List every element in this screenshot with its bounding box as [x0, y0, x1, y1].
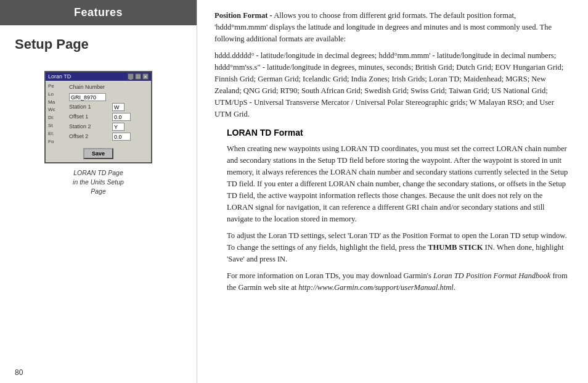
device-titlebar: Loran TD _ □ ✕ — [46, 72, 151, 81]
device-offset1-value[interactable]: 0.0 — [112, 113, 131, 121]
position-format-heading: Position Format — [214, 11, 267, 20]
loran-url: http://www.Garmin.com/support/userManual… — [298, 283, 454, 292]
sidebar-caption: LORAN TD Page in the Units Setup Page — [73, 168, 124, 196]
page-number: 80 — [0, 368, 197, 383]
device-titlebar-icons: _ □ ✕ — [128, 73, 149, 80]
device-save-button[interactable]: Save — [83, 148, 113, 159]
device-offset2-value[interactable]: 0.0 — [112, 133, 131, 141]
thumb-stick-bold: THUMB STICK — [428, 243, 483, 252]
device-station1-label: Station 1 — [69, 104, 112, 110]
position-format-dash: - — [267, 11, 272, 20]
loran-para3-prefix: For more information on Loran TDs, you m… — [227, 271, 433, 280]
loran-para1: When creating new waypoints using LORAN … — [214, 143, 571, 225]
device-offset2-row: Offset 2 0.0 — [69, 132, 149, 141]
sidebar: Features Setup Page Loran TD _ □ ✕ Pe Lo… — [0, 0, 197, 383]
device-station1-row: Station 1 W — [69, 102, 149, 111]
formats-list-paragraph: hddd.ddddd° - latitude/longitude in deci… — [214, 50, 571, 120]
loran-para3-end: . — [454, 283, 455, 292]
device-screen: Loran TD _ □ ✕ Pe Lo Ma Wc Di: St — [44, 71, 152, 163]
device-chain-number-row: Chain Number — [69, 83, 149, 91]
sidebar-header: Features — [0, 0, 197, 25]
section-title: Setup Page — [0, 25, 197, 59]
device-chain-number-label: Chain Number — [69, 84, 112, 90]
loran-handbook-title: Loran TD Position Format Handbook — [433, 271, 550, 280]
loran-para2: To adjust the Loran TD settings, select … — [214, 230, 571, 265]
device-chain-value[interactable]: GRI_8970 — [69, 93, 106, 101]
device-offset1-label: Offset 1 — [69, 113, 112, 120]
device-station2-row: Station 2 Y — [69, 122, 149, 131]
device-station1-value[interactable]: W — [112, 103, 125, 111]
device-body: Pe Lo Ma Wc Di: St El: Fo Chain Number — [46, 81, 151, 162]
position-format-paragraph: Position Format - Allows you to choose f… — [214, 10, 571, 45]
device-chain-value-row: GRI_8970 — [69, 93, 149, 101]
loran-heading: LORAN TD Format — [214, 126, 571, 139]
caption-line3: Page — [91, 187, 106, 195]
caption-line2: in the Units Setup — [73, 178, 124, 186]
device-title: Loran TD — [48, 73, 71, 80]
device-station2-label: Station 2 — [69, 123, 112, 130]
device-offset2-label: Offset 2 — [69, 133, 112, 139]
caption-line1: LORAN TD Page — [73, 169, 123, 176]
device-maximize-icon[interactable]: □ — [135, 73, 141, 80]
device-offset1-row: Offset 1 0.0 — [69, 112, 149, 121]
sidebar-image-area: Loran TD _ □ ✕ Pe Lo Ma Wc Di: St — [0, 59, 197, 368]
device-close-icon[interactable]: ✕ — [142, 73, 149, 80]
loran-para3: For more information on Loran TDs, you m… — [214, 270, 571, 294]
device-station2-value[interactable]: Y — [112, 123, 125, 131]
device-minimize-icon[interactable]: _ — [128, 73, 134, 80]
main-content: Position Format - Allows you to choose f… — [197, 0, 588, 383]
